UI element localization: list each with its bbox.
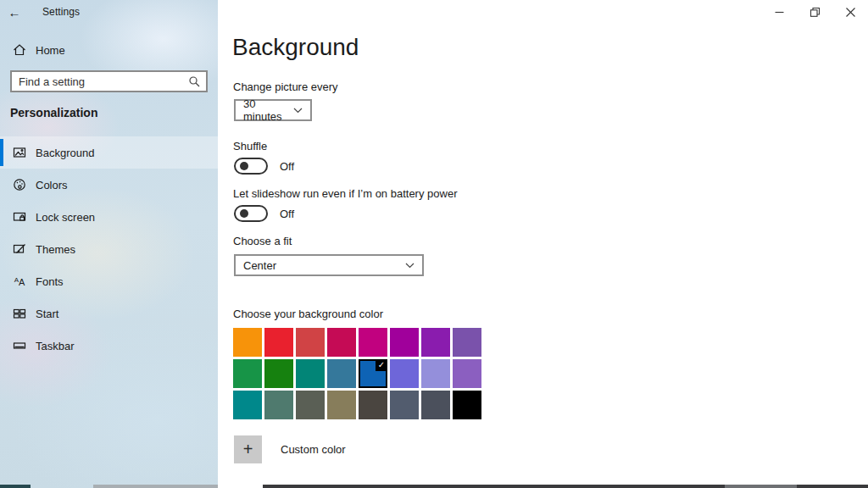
color-swatch[interactable] (327, 328, 356, 357)
color-swatch[interactable] (264, 391, 293, 419)
home-label: Home (36, 44, 65, 57)
minimize-button[interactable] (761, 0, 797, 24)
battery-toggle[interactable] (234, 205, 268, 222)
fit-label: Choose a fit (233, 235, 292, 247)
change-picture-label: Change picture every (233, 80, 338, 93)
taskbar-icon (13, 339, 26, 352)
plus-icon: + (243, 440, 253, 459)
close-button[interactable] (832, 0, 868, 24)
color-swatch[interactable] (359, 328, 387, 357)
color-swatch[interactable] (233, 359, 262, 388)
back-button[interactable]: ← (0, 5, 29, 19)
themes-icon (13, 242, 26, 256)
sidebar-item-lock-screen[interactable]: Lock screen (0, 201, 218, 233)
toggle-knob (240, 209, 248, 218)
color-swatch[interactable] (327, 359, 356, 388)
color-swatch[interactable] (390, 391, 419, 419)
color-swatch[interactable] (421, 359, 450, 388)
sidebar-item-taskbar[interactable]: Taskbar (0, 330, 218, 362)
search-box (10, 70, 208, 92)
restore-button[interactable] (797, 0, 832, 24)
taskbar-edge (797, 485, 868, 488)
taskbar-edge (93, 485, 218, 488)
sidebar-item-label: Taskbar (36, 340, 75, 352)
color-swatch[interactable] (233, 328, 262, 357)
color-swatch[interactable] (390, 359, 419, 388)
home-icon (13, 43, 26, 57)
custom-color-label: Custom color (281, 443, 346, 456)
close-icon (846, 8, 855, 17)
chevron-down-icon (293, 108, 303, 114)
change-picture-dropdown[interactable]: 30 minutes (234, 99, 312, 121)
shuffle-label: Shuffle (233, 140, 267, 152)
color-swatch[interactable] (264, 359, 293, 388)
color-swatch[interactable] (453, 391, 481, 419)
color-grid: ✓ (233, 328, 481, 419)
app-title: Settings (42, 6, 80, 18)
taskbar-edge (725, 485, 797, 488)
main-content: Background Change picture every 30 minut… (218, 0, 868, 488)
battery-state: Off (280, 208, 294, 220)
taskbar-edge (263, 485, 725, 488)
sidebar-item-label: Colors (36, 179, 68, 191)
fonts-icon: AA (13, 274, 26, 289)
color-swatch[interactable] (296, 328, 325, 357)
color-swatch[interactable] (264, 328, 293, 357)
color-swatch[interactable] (421, 391, 450, 419)
color-swatch[interactable]: ✓ (359, 359, 387, 388)
lock-screen-icon (13, 210, 26, 224)
search-input[interactable] (12, 72, 188, 91)
color-swatch[interactable] (296, 359, 325, 388)
shuffle-toggle[interactable] (234, 158, 268, 175)
sidebar-item-label: Start (36, 308, 58, 320)
start-icon (13, 307, 26, 320)
sidebar-item-label: Background (36, 147, 94, 159)
search-icon[interactable] (188, 75, 200, 87)
page-title: Background (232, 34, 359, 61)
color-swatch[interactable] (327, 391, 356, 419)
sidebar-item-home[interactable]: Home (0, 39, 218, 61)
window-controls (761, 0, 868, 24)
toggle-knob (240, 162, 248, 170)
sidebar-item-label: Themes (36, 243, 75, 256)
sidebar-item-start[interactable]: Start (0, 297, 218, 330)
titlebar-left: ← Settings (0, 0, 80, 24)
custom-color-button[interactable]: + (234, 435, 262, 463)
selected-check-icon: ✓ (376, 359, 387, 371)
sidebar-item-background[interactable]: Background (0, 136, 218, 169)
sidebar-item-themes[interactable]: Themes (0, 233, 218, 265)
sidebar-section-title: Personalization (10, 106, 97, 119)
battery-toggle-row: Off (234, 205, 294, 222)
color-swatch[interactable] (359, 391, 387, 419)
sidebar-item-fonts[interactable]: AA Fonts (0, 265, 218, 297)
change-picture-value: 30 minutes (243, 97, 287, 123)
shuffle-toggle-row: Off (234, 158, 294, 175)
fit-value: Center (243, 259, 276, 272)
color-swatch[interactable] (390, 328, 419, 357)
image-icon (13, 146, 26, 159)
color-swatch[interactable] (421, 328, 450, 357)
taskbar-edge (0, 485, 31, 488)
background-color-label: Choose your background color (233, 308, 383, 320)
sidebar-item-label: Lock screen (36, 211, 95, 224)
color-swatch[interactable] (296, 391, 325, 419)
sidebar: ← Settings Home Personalization (0, 0, 218, 488)
color-swatch[interactable] (453, 328, 481, 357)
minimize-icon (775, 8, 784, 17)
settings-window: ← Settings Home Personalization (0, 0, 868, 488)
palette-icon (13, 178, 26, 191)
restore-icon (810, 8, 820, 17)
custom-color-row: + Custom color (234, 435, 346, 463)
sidebar-item-label: Fonts (36, 275, 64, 288)
sidebar-item-colors[interactable]: Colors (0, 169, 218, 201)
color-swatch[interactable] (233, 391, 262, 419)
shuffle-state: Off (280, 160, 294, 173)
fit-dropdown[interactable]: Center (234, 254, 424, 276)
battery-label: Let slideshow run even if I’m on battery… (233, 187, 457, 200)
color-swatch[interactable] (453, 359, 481, 388)
sidebar-nav: Background Colors Lock screen (0, 136, 218, 362)
chevron-down-icon (405, 263, 415, 269)
